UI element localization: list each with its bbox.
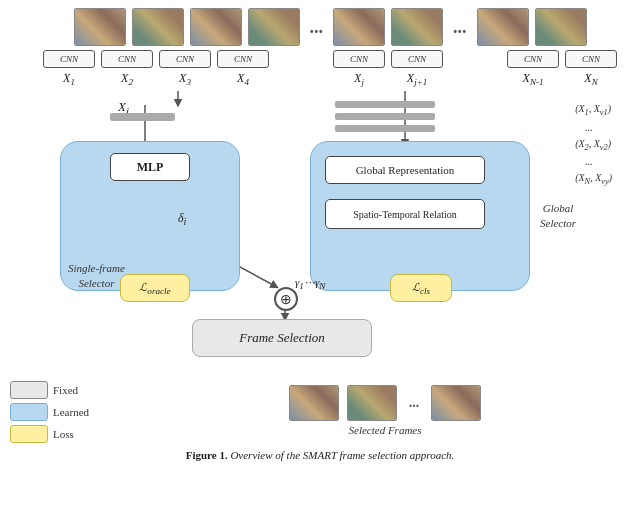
x-labels-row: X1 X2 X3 X4 Xj Xj+1 XN-1 XN [0,71,640,87]
frame-thumb-4 [248,8,300,46]
xlabel-n1: XN-1 [507,71,559,87]
mlp-box: MLP [110,153,190,181]
xlabel-2: X2 [101,71,153,87]
spatio-temporal-box: Spatio-Temporal Relation [325,199,485,229]
xlabel-j1: Xj+1 [391,71,443,87]
frame-thumb-n1 [477,8,529,46]
feature-bar-r3 [335,125,435,132]
top-frames-row: ... ... [0,0,640,46]
cnn-box-j1: CNN [391,50,443,68]
cnn-box-j: CNN [333,50,385,68]
frame-thumb-1 [74,8,126,46]
frame-thumb-2 [132,8,184,46]
frame-thumb-3 [190,8,242,46]
xlabel-j: Xj [333,71,385,87]
selected-thumb-3 [431,385,481,421]
legend-learned-label: Learned [53,406,89,418]
cnn-box-n: CNN [565,50,617,68]
xi-feature-bar [110,113,175,121]
figure-caption: Figure 1. Overview of the SMART frame se… [0,443,640,461]
legend-fixed-label: Fixed [53,384,78,396]
cnn-box-1: CNN [43,50,95,68]
cnn-box-n1: CNN [507,50,559,68]
legend-loss-box [10,425,48,443]
loss-oracle-box: ℒoracle [120,274,190,302]
xlabel-3: X3 [159,71,211,87]
feature-bar-r2 [335,113,435,120]
legend-fixed: Fixed [10,381,100,399]
cnn-box-2: CNN [101,50,153,68]
cnn-box-3: CNN [159,50,211,68]
xlabel-1: X1 [43,71,95,87]
cnn-row: CNN CNN CNN CNN CNN CNN CNN CNN [0,50,640,68]
loss-cls-box: ℒcls [390,274,452,302]
feature-bar-r1 [335,101,435,108]
selected-frames-label: Selected Frames [349,424,422,436]
global-representation-box: Global Representation [325,156,485,184]
dots-right: ... [449,17,471,38]
plus-circle: ⊕ [274,287,298,311]
cnn-box-4: CNN [217,50,269,68]
legend-fixed-box [10,381,48,399]
legend-learned-box [10,403,48,421]
delta-label: δi [178,211,186,227]
frame-selection-box: Frame Selection [192,319,372,357]
selected-thumb-2 [347,385,397,421]
xlabel-n: XN [565,71,617,87]
frame-thumb-n [535,8,587,46]
selected-dots: ... [405,395,424,411]
gamma-label: γ1⋯γN [295,276,325,291]
pair-labels: (X1, Xv1) ... (X2, Xv2) ... (XN, Xvy) [575,101,612,188]
frame-thumb-j [333,8,385,46]
main-diagram: Xi (X1, Xv1) ... (X2, Xv2) ... (XN, Xvy)… [0,91,640,381]
selected-thumb-1 [289,385,339,421]
global-selector-label: GlobalSelector [540,201,576,230]
frame-thumb-j1 [391,8,443,46]
legend-learned: Learned [10,403,100,421]
dots-middle: ... [306,17,328,38]
single-frame-label: Single-frameSelector [68,261,125,290]
xlabel-4: X4 [217,71,269,87]
legend-loss-label: Loss [53,428,74,440]
selected-frames-row: ... [289,385,482,421]
legend-loss: Loss [10,425,100,443]
